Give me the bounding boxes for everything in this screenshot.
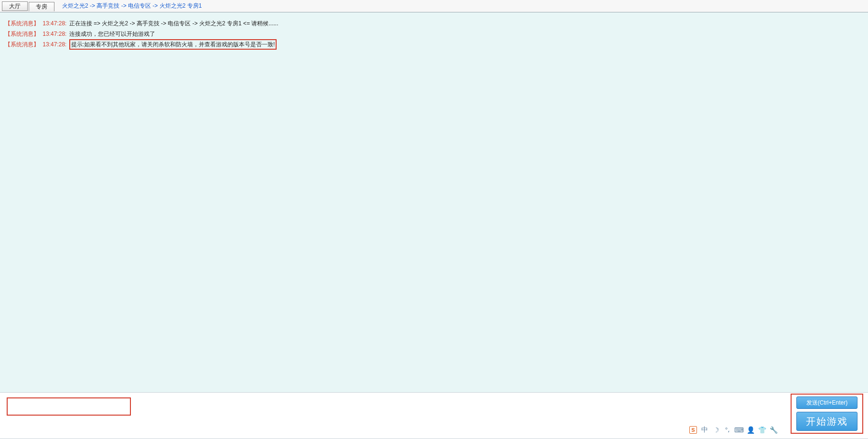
ime-tray: S 中 ☽ °، ⌨ 👤 👕 🔧 — [689, 426, 777, 434]
ime-skin-icon[interactable]: 👕 — [758, 426, 766, 434]
breadcrumb: 火炬之光2 -> 高手竞技 -> 电信专区 -> 火炬之光2 专房1 — [62, 2, 202, 10]
chat-input[interactable] — [7, 397, 131, 416]
tab-room[interactable]: 专房 — [29, 2, 54, 11]
app-frame: 大厅 专房 火炬之光2 -> 高手竞技 -> 电信专区 -> 火炬之光2 专房1… — [0, 0, 868, 439]
log-msg-highlighted: 提示:如果看不到其他玩家，请关闭杀软和防火墙，并查看游戏的版本号是否一致! — [69, 39, 277, 50]
ime-person-icon[interactable]: 👤 — [747, 426, 754, 434]
ime-softkbd-icon[interactable]: ⌨ — [735, 426, 743, 434]
log-time: 13:47:28: — [43, 31, 66, 37]
tab-lobby[interactable]: 大厅 — [2, 1, 28, 11]
log-tag: 【系统消息】 — [5, 20, 39, 27]
log-line: 【系统消息】 13:47:28: 连接成功，您已经可以开始游戏了 — [5, 29, 863, 39]
log-msg: 连接成功，您已经可以开始游戏了 — [69, 31, 155, 37]
log-time: 13:47:28: — [43, 20, 66, 27]
log-tag: 【系统消息】 — [5, 31, 39, 37]
sogou-ime-icon[interactable]: S — [689, 426, 697, 434]
ime-lang-icon[interactable]: 中 — [701, 426, 708, 434]
log-msg: 正在连接 => 火炬之光2 -> 高手竞技 -> 电信专区 -> 火炬之光2 专… — [69, 20, 279, 27]
input-bar: 发送(Ctrl+Enter) 开始游戏 S 中 ☽ °، ⌨ 👤 👕 🔧 — [0, 392, 868, 439]
log-tag: 【系统消息】 — [5, 41, 39, 48]
chat-log: 【系统消息】 13:47:28: 正在连接 => 火炬之光2 -> 高手竞技 -… — [0, 12, 868, 392]
ime-moon-icon[interactable]: ☽ — [712, 426, 720, 434]
send-button[interactable]: 发送(Ctrl+Enter) — [796, 396, 857, 409]
start-game-button[interactable]: 开始游戏 — [796, 412, 857, 431]
log-line: 【系统消息】 13:47:28: 提示:如果看不到其他玩家，请关闭杀软和防火墙，… — [5, 39, 863, 50]
ime-settings-icon[interactable]: 🔧 — [770, 426, 777, 434]
log-time: 13:47:28: — [43, 41, 66, 48]
ime-punct-icon[interactable]: °، — [724, 426, 731, 434]
log-line: 【系统消息】 13:47:28: 正在连接 => 火炬之光2 -> 高手竞技 -… — [5, 18, 863, 29]
tab-bar: 大厅 专房 火炬之光2 -> 高手竞技 -> 电信专区 -> 火炬之光2 专房1 — [0, 0, 868, 12]
